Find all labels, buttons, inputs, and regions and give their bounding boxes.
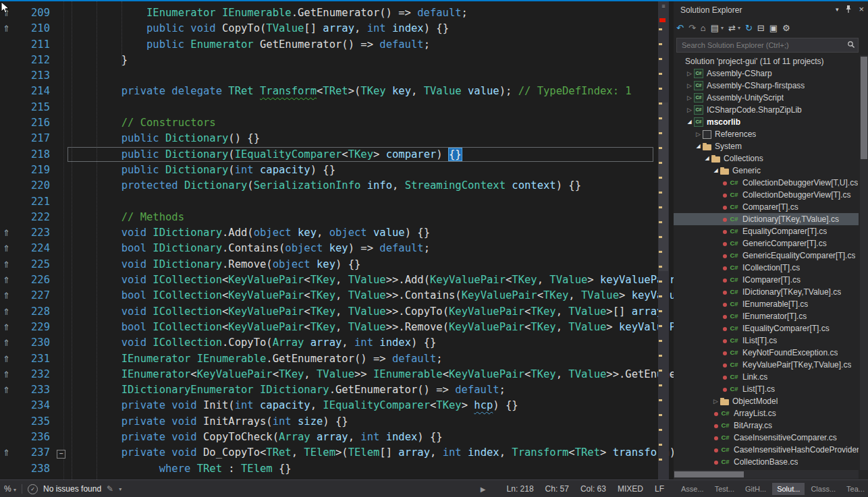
code-line[interactable]: ⇑232 IEnumerator<KeyValuePair<TKey, TVal… [0, 367, 674, 382]
line-number[interactable]: 234 [18, 398, 50, 413]
tree-horizontal-scrollbar[interactable] [674, 470, 859, 479]
tree-vertical-scrollbar[interactable] [860, 55, 868, 470]
tree-item[interactable]: ▷C#Assembly-CSharp-firstpass [674, 80, 859, 92]
expander-icon[interactable]: ◢ [685, 116, 694, 128]
line-number[interactable]: 224 [18, 241, 50, 256]
tree-item[interactable]: C#Comparer[T].cs [674, 201, 859, 213]
expander-icon[interactable]: ▷ [694, 128, 703, 140]
expander-icon[interactable]: ◢ [703, 152, 711, 165]
pin-icon[interactable] [845, 5, 852, 13]
tree-item[interactable]: C#KeyValuePair[TKey,TValue].cs [674, 359, 859, 371]
tree-item[interactable]: C#CollectionDebuggerView[T].cs [674, 189, 859, 201]
code-line[interactable]: 212 } [0, 53, 674, 68]
properties-icon[interactable]: ⚙ [782, 23, 790, 33]
chevron-down-icon[interactable]: ▾ [836, 6, 839, 13]
search-input[interactable] [680, 39, 838, 51]
zoom-control[interactable]: % ▾ [4, 484, 16, 494]
line-number[interactable]: 218 [18, 147, 50, 163]
close-icon[interactable]: × [859, 4, 864, 14]
refresh-icon[interactable]: ↻ [745, 23, 753, 33]
tree-item[interactable]: C#ICollection[T].cs [674, 262, 859, 274]
tree-item[interactable]: Solution 'project-gui' (11 of 11 project… [674, 55, 859, 67]
code-line[interactable]: 219 public Dictionary(int capacity) {} [0, 163, 674, 178]
line-number[interactable]: 209 [18, 5, 50, 21]
expander-icon[interactable]: ◢ [694, 140, 703, 152]
code-line[interactable]: ⇑237− private void Do_CopyTo<TRet, TElem… [0, 445, 674, 461]
line-number[interactable]: 225 [18, 257, 50, 272]
expander-icon[interactable]: ▷ [685, 104, 694, 116]
tree-item[interactable]: ▷C#Assembly-CSharp [674, 67, 859, 80]
tree-item[interactable]: C#KeyNotFoundException.cs [674, 347, 859, 359]
line-number[interactable]: 228 [18, 304, 50, 320]
line-number[interactable]: 227 [18, 288, 50, 303]
search-box[interactable] [676, 38, 859, 53]
code-line[interactable]: 221 [0, 194, 674, 210]
line-number[interactable]: 213 [18, 68, 50, 84]
line-number[interactable]: 210 [18, 21, 50, 36]
line-number[interactable]: 222 [18, 210, 50, 225]
code-line[interactable]: ⇑230 void ICollection.CopyTo(Array array… [0, 335, 674, 351]
expander-icon[interactable]: ▷ [685, 67, 694, 80]
code-line[interactable]: 215 [0, 100, 674, 115]
code-line[interactable]: 234 private void Init(int capacity, IEqu… [0, 398, 674, 413]
code-line[interactable]: ⇑227 bool ICollection<KeyValuePair<TKey,… [0, 288, 674, 303]
line-number[interactable]: 212 [18, 53, 50, 68]
expander-icon[interactable]: ▷ [685, 92, 694, 104]
line-number[interactable]: 215 [18, 100, 50, 115]
line-number[interactable]: 229 [18, 320, 50, 335]
collapse-all-icon[interactable]: ⊟ [757, 23, 765, 33]
line-number[interactable]: 236 [18, 430, 50, 445]
indent-mode-indicator[interactable]: MIXED [618, 484, 643, 494]
expander-icon[interactable]: ▷ [711, 395, 720, 407]
navigate-back-icon[interactable]: ↶ [676, 23, 684, 33]
tool-window-tab[interactable]: GitH... [740, 483, 771, 495]
code-line[interactable]: ⇑224 bool IDictionary.Contains(object ke… [0, 241, 674, 256]
tree-item[interactable]: C#IComparer[T].cs [674, 274, 859, 286]
home-icon[interactable]: ⌂ [701, 23, 706, 33]
tool-window-tab[interactable]: Asse... [676, 483, 709, 495]
tool-window-tab[interactable]: Tea... [842, 483, 868, 495]
tree-item[interactable]: C#List[T].cs [674, 383, 859, 395]
tree-item[interactable]: ▷C#ICSharpCode.SharpZipLib [674, 104, 859, 116]
line-indicator[interactable]: Ln: 218 [507, 484, 534, 494]
scrollbar-thumb[interactable] [861, 57, 867, 159]
code-line[interactable]: ⇑228 void ICollection<KeyValuePair<TKey,… [0, 304, 674, 320]
tree-item[interactable]: C#Link.cs [674, 371, 859, 383]
column-indicator[interactable]: Col: 63 [580, 484, 606, 494]
tree-item[interactable]: C#Dictionary[TKey,TValue].cs [674, 213, 859, 225]
code-line[interactable]: 236 private void CopyToCheck(Array array… [0, 430, 674, 445]
line-number[interactable]: 217 [18, 131, 50, 146]
tree-item[interactable]: C#EqualityComparer[T].cs [674, 225, 859, 237]
code-line[interactable]: ⇑209 IEnumerator IEnumerable.GetEnumerat… [0, 5, 674, 21]
tree-item[interactable]: C#ArrayList.cs [674, 407, 859, 419]
tree-item[interactable]: C#BitArray.cs [674, 419, 859, 432]
code-line[interactable]: ⇑223 void IDictionary.Add(object key, ob… [0, 225, 674, 241]
tree-item[interactable]: C#CaseInsensitiveHashCodeProvider.cs [674, 444, 859, 456]
line-number[interactable]: 211 [18, 37, 50, 53]
tree-item[interactable]: ◢Generic [674, 165, 859, 177]
scrollbar-thumb[interactable] [659, 103, 668, 271]
chevron-down-icon[interactable]: ▾ [738, 25, 740, 31]
code-line[interactable]: ⇑226 void ICollection<KeyValuePair<TKey,… [0, 272, 674, 288]
code-line[interactable]: ⇑233 IDictionaryEnumerator IDictionary.G… [0, 382, 674, 398]
tool-window-tab[interactable]: Solut... [772, 483, 805, 495]
tree-item[interactable]: C#CollectionBase.cs [674, 456, 859, 468]
tree-item[interactable]: C#IEnumerator[T].cs [674, 310, 859, 322]
edit-pencil-icon[interactable]: ✎ [107, 484, 113, 494]
line-number[interactable]: 235 [18, 414, 50, 430]
code-line[interactable]: ⇑229 bool ICollection<KeyValuePair<TKey,… [0, 320, 674, 335]
navigate-forward-icon[interactable]: ↷ [688, 23, 696, 33]
code-line[interactable]: ⇑210 public void CopyTo(TValue[] array, … [0, 21, 674, 36]
tree-item[interactable]: ▷References [674, 128, 859, 140]
sync-active-document-icon[interactable]: ⇄ [728, 23, 736, 33]
code-line[interactable]: 218 public Dictionary(IEqualityComparer<… [0, 147, 674, 163]
code-line[interactable]: 216 // Constructors [0, 115, 674, 131]
line-number[interactable]: 220 [18, 178, 50, 194]
tree-item[interactable]: ▷ObjectModel [674, 395, 859, 407]
code-line[interactable]: 211 public Enumerator GetEnumerator() =>… [0, 37, 674, 53]
tree-item[interactable]: C#IEqualityComparer[T].cs [674, 322, 859, 334]
expander-icon[interactable]: ▷ [685, 80, 694, 92]
code-line[interactable]: 214 private delegate TRet Transform<TRet… [0, 84, 674, 99]
eol-indicator[interactable]: LF [655, 484, 664, 494]
tree-item[interactable]: ◢System [674, 140, 859, 152]
